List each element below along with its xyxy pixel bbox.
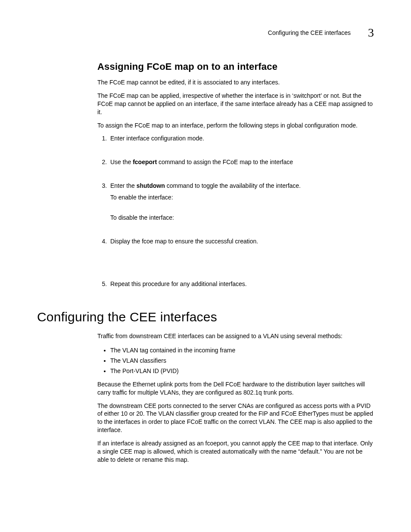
bullet-list: The VLAN tag contained in the incoming f… bbox=[97, 345, 374, 376]
running-header: Configuring the CEE interfaces 3 bbox=[37, 26, 374, 40]
step: Repeat this procedure for any additional… bbox=[109, 280, 374, 288]
substep: To disable the interface: bbox=[110, 214, 374, 222]
step-text-suffix: command to toggle the availability of th… bbox=[165, 182, 301, 189]
step: Display the fcoe map to ensure the succe… bbox=[109, 237, 374, 246]
substep: To enable the interface: bbox=[110, 193, 374, 202]
chapter-number: 3 bbox=[368, 26, 374, 40]
section-title: Configuring the CEE interfaces bbox=[37, 310, 374, 324]
paragraph: Because the Ethernet uplink ports from t… bbox=[97, 380, 374, 397]
paragraph: The downstream CEE ports connected to th… bbox=[97, 402, 374, 435]
step-text: Display the fcoe map to ensure the succe… bbox=[110, 238, 258, 245]
paragraph: If an interface is already assigned as a… bbox=[97, 439, 374, 464]
list-item: The VLAN classifiers bbox=[110, 356, 374, 365]
section-body: Traffic from downstream CEE interfaces c… bbox=[97, 332, 374, 464]
subsection-block: Assigning FCoE map on to an interface Th… bbox=[97, 61, 374, 288]
paragraph: To assign the FCoE map to an interface, … bbox=[97, 121, 374, 130]
step-text-prefix: Enter the bbox=[110, 182, 137, 189]
list-item: The Port-VLAN ID (PVID) bbox=[110, 366, 374, 376]
paragraph: The FCoE map can be applied, irrespectiv… bbox=[97, 92, 374, 116]
running-title: Configuring the CEE interfaces bbox=[268, 29, 351, 36]
step: Use the fcoeport command to assign the F… bbox=[109, 158, 374, 166]
step-text: Repeat this procedure for any additional… bbox=[110, 280, 247, 287]
paragraph: The FCoE map cannot be edited, if it is … bbox=[97, 78, 374, 87]
step-text: Enter interface configuration mode. bbox=[110, 135, 204, 142]
step-text-bold: shutdown bbox=[137, 182, 165, 189]
subsection-title: Assigning FCoE map on to an interface bbox=[97, 61, 374, 72]
step-text-bold: fcoeport bbox=[133, 159, 157, 165]
page: Configuring the CEE interfaces 3 Assigni… bbox=[0, 0, 411, 495]
step-text-prefix: Use the bbox=[110, 159, 133, 165]
list-item: The VLAN tag contained in the incoming f… bbox=[110, 345, 374, 355]
paragraph: Traffic from downstream CEE interfaces c… bbox=[97, 332, 374, 340]
step: Enter the shutdown command to toggle the… bbox=[109, 182, 374, 222]
step-text-suffix: command to assign the FCoE map to the in… bbox=[157, 159, 293, 165]
step: Enter interface configuration mode. bbox=[109, 134, 374, 143]
step-list: Enter interface configuration mode. Use … bbox=[97, 134, 374, 288]
